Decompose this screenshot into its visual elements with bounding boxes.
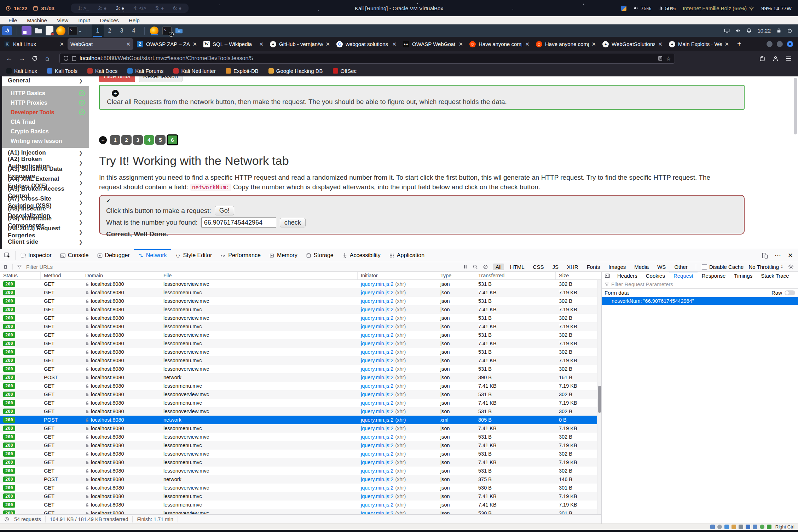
initiator-link[interactable]: jquery.min.js:2: [361, 290, 393, 295]
initiator-link[interactable]: jquery.min.js:2: [361, 476, 393, 482]
reader-mode-icon[interactable]: [658, 56, 663, 61]
request-row[interactable]: 200POSTlocalhost:8080networkjquery.min.j…: [0, 373, 601, 382]
request-row[interactable]: 200GETlocalhost:8080lessonmenu.mvcjquery…: [0, 288, 601, 297]
initiator-link[interactable]: jquery.min.js:2: [361, 502, 393, 508]
devtool-tab-network[interactable]: Network: [134, 249, 171, 262]
request-row[interactable]: 200GETlocalhost:8080lessonoverview.mvcjq…: [0, 450, 601, 458]
request-row[interactable]: 200GETlocalhost:8080lessonmenu.mvcjquery…: [0, 399, 601, 407]
initiator-link[interactable]: jquery.min.js:2: [361, 400, 393, 406]
firefox-launcher-icon[interactable]: [56, 26, 65, 35]
pause-icon[interactable]: [463, 265, 468, 269]
host-workspace[interactable]: 6: ●: [173, 5, 181, 11]
tab-close-icon[interactable]: ✕: [458, 41, 463, 47]
text-editor-icon[interactable]: [46, 26, 53, 35]
battery-indicator[interactable]: 99% 14.77W: [761, 5, 792, 11]
tab-close-icon[interactable]: ✕: [192, 41, 197, 47]
column-header-file[interactable]: File: [160, 272, 358, 279]
bookmark-item[interactable]: Kali NetHunter: [173, 68, 216, 74]
request-row[interactable]: 200GETlocalhost:8080lessonmenu.mvcjquery…: [0, 382, 601, 390]
filter-urls-input[interactable]: Filter URLs: [26, 264, 53, 270]
initiator-link[interactable]: jquery.min.js:2: [361, 324, 393, 329]
browser-tab[interactable]: ●GitHub - vernjan/we✕: [267, 38, 333, 50]
tracking-shield-icon[interactable]: [63, 56, 69, 61]
initiator-link[interactable]: jquery.min.js:2: [361, 358, 393, 363]
sidebar-lesson-item[interactable]: Developer Tools✔: [2, 108, 89, 117]
initiator-link[interactable]: jquery.min.js:2: [361, 281, 393, 287]
notifications-bell-icon[interactable]: [746, 28, 752, 33]
throttling-select[interactable]: No Throttling ▲▼: [748, 264, 783, 270]
previous-page-button[interactable]: ←: [99, 136, 107, 144]
request-row[interactable]: 200GETlocalhost:8080lessonoverview.mvcjq…: [0, 509, 601, 514]
reload-button[interactable]: [28, 55, 41, 62]
request-row[interactable]: 200GETlocalhost:8080lessonoverview.mvcjq…: [0, 390, 601, 399]
lesson-page-button[interactable]: 4: [144, 135, 154, 145]
bookmark-item[interactable]: Kali Docs: [87, 68, 117, 74]
checkbox-icon[interactable]: [702, 264, 707, 270]
url-bar[interactable]: localhost:8080/WebGoat/start.mvc#lesson/…: [59, 53, 675, 64]
initiator-link[interactable]: jquery.min.js:2: [361, 409, 393, 414]
detail-tab-stack-trace[interactable]: Stack Trace: [757, 272, 793, 280]
scrollbar-thumb[interactable]: [598, 386, 601, 413]
request-row[interactable]: 200POSTlocalhost:8080networkjquery.min.j…: [0, 416, 601, 424]
search-icon[interactable]: [473, 264, 478, 270]
browser-tab[interactable]: ☺Have anyone comple✕: [533, 38, 599, 50]
close-window-button[interactable]: ✕: [787, 41, 793, 47]
lesson-page-button[interactable]: 2: [121, 135, 132, 145]
power-icon[interactable]: [787, 28, 792, 33]
tab-close-icon[interactable]: ✕: [126, 41, 131, 47]
firefox-taskbar-button[interactable]: [149, 26, 159, 35]
type-filter-ws[interactable]: WS: [655, 264, 668, 270]
devtool-tab-application[interactable]: Application: [385, 249, 429, 262]
browser-tab[interactable]: Gwebgoat solutions -✕: [334, 38, 399, 50]
request-row[interactable]: 200GETlocalhost:8080lessonmenu.mvcjquery…: [0, 492, 601, 501]
detail-tab-timings[interactable]: Timings: [730, 272, 757, 280]
tab-close-icon[interactable]: ✕: [525, 41, 530, 47]
menu-help[interactable]: Help: [124, 17, 145, 23]
block-icon[interactable]: [483, 264, 488, 270]
menu-file[interactable]: File: [4, 17, 22, 23]
tab-close-icon[interactable]: ✕: [259, 41, 264, 47]
initiator-link[interactable]: jquery.min.js:2: [361, 443, 393, 448]
minimize-button[interactable]: [767, 41, 773, 47]
requests-scrollbar[interactable]: [597, 280, 601, 514]
request-row[interactable]: 200GETlocalhost:8080lessonoverview.mvcjq…: [0, 407, 601, 416]
tab-close-icon[interactable]: ✕: [658, 41, 663, 47]
request-row[interactable]: 200GETlocalhost:8080lessonoverview.mvcjq…: [0, 314, 601, 322]
request-row[interactable]: 200GETlocalhost:8080lessonoverview.mvcjq…: [0, 467, 601, 475]
sidebar-lesson-item[interactable]: HTTP Proxies✔: [2, 98, 89, 108]
brightness-indicator[interactable]: 50%: [658, 5, 676, 11]
lock-icon[interactable]: [776, 28, 781, 33]
browser-tab[interactable]: ☺Have anyone comple✕: [467, 38, 532, 50]
request-row[interactable]: 200GETlocalhost:8080lessonmenu.mvcjquery…: [0, 458, 601, 467]
request-row[interactable]: 200GETlocalhost:8080lessonoverview.mvcjq…: [0, 484, 601, 492]
tab-close-icon[interactable]: ✕: [392, 41, 397, 47]
lesson-page-button[interactable]: 6: [167, 134, 178, 145]
lesson-page-button[interactable]: 5: [155, 135, 166, 145]
raw-toggle[interactable]: [785, 290, 795, 295]
check-button[interactable]: check: [280, 218, 306, 227]
detail-tab-cookies[interactable]: Cookies: [642, 272, 669, 280]
devtool-tab-memory[interactable]: Memory: [265, 249, 302, 262]
type-filter-other[interactable]: Other: [672, 264, 690, 270]
initiator-link[interactable]: jquery.min.js:2: [361, 485, 393, 491]
hide-hints-button[interactable]: Hide hints: [99, 76, 135, 82]
responsive-design-icon[interactable]: [762, 253, 768, 259]
forward-button[interactable]: →: [16, 54, 28, 62]
detail-tab-headers[interactable]: Headers: [613, 272, 642, 280]
workspace-button[interactable]: 1: [92, 24, 104, 37]
menu-devices[interactable]: Devices: [95, 17, 124, 23]
bookmark-item[interactable]: Google Hacking DB: [268, 68, 323, 74]
pick-element-icon[interactable]: [0, 249, 15, 262]
host-workspace[interactable]: 4: </>: [134, 5, 146, 11]
initiator-link[interactable]: jquery.min.js:2: [361, 341, 393, 346]
host-workspace[interactable]: 2: ●: [98, 5, 106, 11]
column-header-domain[interactable]: Domain: [82, 272, 160, 279]
devtool-tab-style-editor[interactable]: {}Style Editor: [171, 249, 216, 262]
request-row[interactable]: 200GETlocalhost:8080lessonoverview.mvcjq…: [0, 365, 601, 373]
detail-tab-response[interactable]: Response: [698, 272, 730, 280]
display-icon[interactable]: [724, 28, 730, 33]
browser-tab[interactable]: ●WebGoatSolutions/S✕: [600, 38, 665, 50]
browser-tab[interactable]: WebGoat✕: [68, 38, 133, 50]
tab-close-icon[interactable]: ✕: [724, 41, 729, 47]
go-button[interactable]: Go!: [215, 206, 234, 215]
